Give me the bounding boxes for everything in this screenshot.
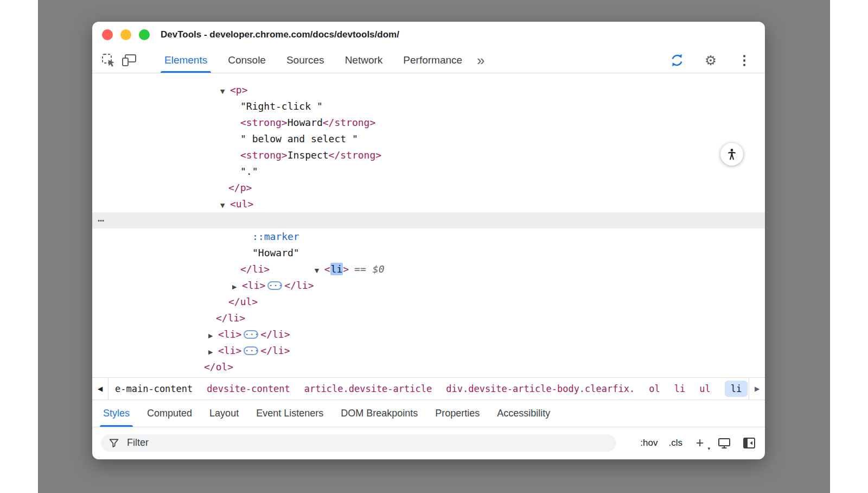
chevron-double-right-icon: »	[477, 52, 484, 68]
kebab-menu-icon: ⋮	[738, 54, 751, 67]
inspect-element-button[interactable]	[100, 52, 117, 69]
tab-elements[interactable]: Elements	[154, 48, 218, 73]
tab-properties[interactable]: Properties	[426, 400, 488, 427]
tag-token: </li>	[216, 312, 245, 324]
tab-performance[interactable]: Performance	[393, 48, 473, 73]
style-filter-field[interactable]	[101, 434, 616, 452]
inspect-cursor-icon	[101, 53, 116, 67]
maximize-window-button[interactable]	[139, 29, 150, 40]
more-tabs-button[interactable]: »	[477, 53, 484, 67]
inline-expand-pill[interactable]: ···	[244, 346, 258, 355]
tab-sources[interactable]: Sources	[276, 48, 335, 73]
caret-down-icon: ▾	[707, 446, 710, 451]
tag-token: </p>	[228, 182, 252, 193]
devtools-toolbar: Elements Console Sources Network Perform…	[92, 48, 765, 73]
expander-arrow-icon[interactable]: ▼	[220, 198, 230, 214]
tab-label: Performance	[403, 54, 462, 66]
tab-label: Elements	[164, 54, 207, 66]
breadcrumb-item[interactable]: li	[674, 383, 685, 394]
text-token: Howard	[288, 117, 323, 128]
tree-node-ol-close[interactable]: </ol>	[92, 359, 765, 375]
tag-token: </ul>	[228, 296, 258, 307]
chevron-left-icon: ◀	[98, 385, 103, 393]
breadcrumb-scroll-right-button[interactable]: ▶	[749, 378, 765, 400]
sidebar-tab-bar: Styles Computed Layout Event Listeners D…	[92, 400, 765, 427]
tab-label: Sources	[286, 54, 324, 66]
tree-node-collapsed-li[interactable]: ▶<li>···</li>	[92, 326, 765, 343]
style-filter-input[interactable]	[126, 437, 609, 449]
breadcrumb-item-selected[interactable]: li	[725, 381, 748, 397]
screen-icon	[717, 437, 731, 450]
toggle-sidebar-button[interactable]	[742, 437, 756, 450]
element-classes-button[interactable]: .cls	[669, 438, 683, 448]
breadcrumb-item[interactable]: devsite-content	[207, 383, 290, 394]
marker-pseudo-element: ::marker	[252, 231, 299, 242]
tag-token: </li>	[260, 328, 290, 340]
tab-layout[interactable]: Layout	[201, 400, 247, 427]
tab-computed[interactable]: Computed	[138, 400, 201, 427]
tree-node-text[interactable]: " below and select "	[92, 131, 765, 147]
tree-node-ul-close[interactable]: </ul>	[92, 294, 765, 310]
tree-node-marker[interactable]: ::marker	[92, 229, 765, 245]
tree-node-strong[interactable]: <strong>Howard</strong>	[92, 115, 765, 131]
selected-tag-name: li	[330, 263, 343, 275]
tree-node-text[interactable]: "Right-click "	[92, 98, 765, 115]
tab-accessibility[interactable]: Accessibility	[488, 400, 559, 427]
tag-token: <li>	[218, 328, 241, 340]
tree-node-text[interactable]: "."	[92, 163, 765, 180]
breadcrumb-item[interactable]: ul	[699, 383, 710, 394]
breadcrumb-scroll-left-button[interactable]: ◀	[92, 378, 108, 400]
tree-node-p-open[interactable]: ▼<p>	[92, 82, 765, 98]
expander-arrow-icon[interactable]: ▼	[220, 84, 230, 100]
expander-arrow-icon[interactable]: ▼	[315, 263, 324, 279]
more-options-button[interactable]: ⋮	[736, 52, 753, 69]
tag-token: <strong>	[240, 117, 288, 128]
toggle-element-state-button[interactable]: :hov	[640, 438, 658, 448]
tab-console[interactable]: Console	[218, 48, 276, 73]
tree-node-p-close[interactable]: </p>	[92, 180, 765, 196]
tab-dom-breakpoints[interactable]: DOM Breakpoints	[332, 400, 426, 427]
tab-network[interactable]: Network	[335, 48, 393, 73]
accessibility-person-icon	[725, 148, 738, 161]
tab-styles[interactable]: Styles	[94, 400, 138, 427]
settings-button[interactable]: ⚙	[702, 52, 719, 69]
rendering-emulations-button[interactable]	[717, 437, 731, 450]
expander-arrow-icon[interactable]: ▶	[208, 344, 218, 361]
tab-label: Computed	[147, 408, 192, 419]
tree-node-ul-open[interactable]: ▼<ul>	[92, 196, 765, 212]
close-window-button[interactable]	[102, 29, 113, 40]
tag-token: </ol>	[204, 361, 233, 372]
accessibility-button[interactable]	[720, 143, 743, 166]
device-toolbar-button[interactable]	[120, 52, 138, 69]
expander-arrow-icon[interactable]: ▶	[208, 328, 218, 344]
tag-token: <strong>	[240, 149, 288, 161]
devtools-window: DevTools - developer.chrome.com/docs/dev…	[92, 22, 765, 459]
text-token: Inspect	[288, 149, 329, 161]
breadcrumb-item[interactable]: article.devsite-article	[304, 383, 432, 394]
minimize-window-button[interactable]	[120, 29, 131, 40]
screencast-toggle-button[interactable]	[668, 52, 686, 69]
console-reference-token: $0	[373, 263, 385, 275]
overflow-dots-icon[interactable]: ⋯	[98, 212, 104, 229]
tree-node-clipped[interactable]: ::marker	[92, 73, 765, 82]
tree-node-strong[interactable]: <strong>Inspect</strong>	[92, 147, 765, 163]
new-style-rule-button[interactable]: + ▾	[693, 436, 706, 450]
tab-event-listeners[interactable]: Event Listeners	[247, 400, 332, 427]
window-controls	[92, 29, 150, 40]
tab-label: Network	[345, 54, 383, 66]
tree-node-selected-li[interactable]: ⋯ ▼<li>==$0	[92, 212, 765, 229]
breadcrumb-item[interactable]: e-main-content	[115, 383, 193, 394]
titlebar: DevTools - developer.chrome.com/docs/dev…	[92, 22, 765, 48]
tag-token: >	[343, 263, 349, 275]
tab-label: Styles	[103, 408, 130, 419]
toolbar-right-controls: ⚙ ⋮	[668, 52, 756, 69]
inline-expand-pill[interactable]: ···	[244, 330, 258, 339]
breadcrumb-item[interactable]: div.devsite-article-body.clearfix.	[446, 383, 635, 394]
tree-node-collapsed-li[interactable]: ▶<li>···</li>	[92, 343, 765, 359]
tag-token: </strong>	[323, 117, 376, 128]
device-toolbar-icon	[122, 53, 137, 67]
breadcrumb-item[interactable]: ol	[649, 383, 660, 394]
text-token: "."	[240, 166, 258, 177]
sidebar-panel-icon	[742, 437, 756, 450]
tree-node-li-close[interactable]: </li>	[92, 310, 765, 326]
